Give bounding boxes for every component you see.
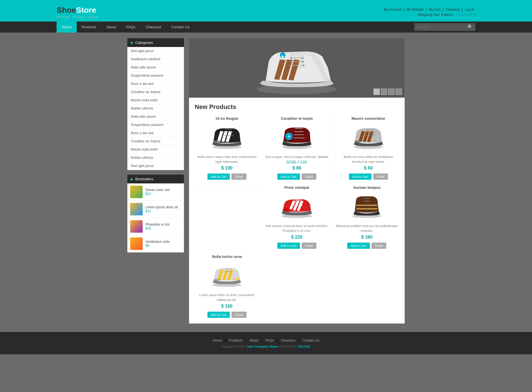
nav-checkout[interactable]: Checkout: [141, 22, 166, 33]
bestseller-item[interactable]: Lorem ipsum dolor sit $12: [127, 201, 184, 218]
footer-about[interactable]: About: [249, 339, 258, 342]
product-actions: Add to Cart Detail: [195, 173, 259, 180]
category-link[interactable]: Curabitur ac mauris: [127, 137, 184, 145]
show-cart-link[interactable]: Show Cart: [456, 13, 472, 17]
desc-link-css[interactable]: CSS: [300, 160, 307, 163]
product-card: Ut eu feugiat Nulla rutrum neque vitae e…: [195, 116, 259, 180]
desc-link-xhtml[interactable]: XHTML: [286, 160, 297, 163]
products-section: New Products Ut eu feugiat Nulla rutrum …: [189, 98, 405, 324]
product-card: Aenean tempus Maecenas porttitor erat qu…: [335, 185, 399, 249]
footer-checkout[interactable]: Checkout: [281, 339, 295, 342]
hero-dot-3[interactable]: [388, 89, 394, 95]
category-link[interactable]: Suspendisse posuere: [127, 121, 184, 129]
add-to-cart-button[interactable]: Add to Cart: [277, 173, 300, 180]
svg-rect-33: [356, 205, 377, 206]
detail-button[interactable]: Detail: [302, 243, 316, 249]
bestseller-item[interactable]: Phasellus ut dui $20: [127, 218, 184, 235]
category-link[interactable]: Curabitur ac mauris: [127, 88, 184, 96]
hero-dot-1[interactable]: [374, 89, 380, 95]
hero-dot-4[interactable]: [396, 89, 402, 95]
site-link[interactable]: 网站模板: [298, 345, 310, 348]
detail-button[interactable]: Detail: [231, 173, 246, 180]
svg-point-7: [302, 61, 304, 63]
footer-sep: | Collect from: [279, 345, 298, 348]
nav-faqs[interactable]: FAQs: [121, 22, 141, 33]
nav-about[interactable]: About: [101, 22, 121, 33]
category-link[interactable]: Mauris nulla tortor: [127, 145, 184, 153]
category-item: Nulla odio ipsum: [127, 63, 184, 72]
search-icon[interactable]: 🔍: [467, 24, 473, 30]
cart-text: Shopping Cart:: [418, 13, 440, 17]
copyright-text: Copyright © 2022: [222, 345, 247, 348]
footer-copyright: Copyright © 2022 Your Company Name | Col…: [6, 344, 526, 349]
category-link[interactable]: Nullam ultrices: [127, 154, 184, 162]
logo-area: ShoeStore Online Shoes Store: [57, 3, 99, 22]
product-price: $ 100: [195, 166, 259, 171]
category-item: Sed eget purus: [127, 47, 184, 55]
product-desc: Lorem ipsum dolor sit amet, consectetur …: [195, 293, 259, 302]
product-name: Curabitur et turpis: [265, 116, 329, 121]
bestseller-item[interactable]: Donec nunc nisl $10: [127, 183, 184, 201]
product-name: Ut eu feugiat: [195, 116, 259, 121]
bestsellers-section: ▶ Bestsellers Donec nunc nisl $10 Lorem …: [127, 175, 184, 252]
company-link[interactable]: Your Company Name: [247, 345, 278, 348]
category-link[interactable]: Nunc a dui sed: [127, 129, 184, 137]
add-to-cart-button[interactable]: Add to Cart: [277, 243, 300, 249]
product-actions: Add to Cart Detail: [195, 312, 259, 318]
hero-dot-2[interactable]: [381, 89, 387, 95]
category-link[interactable]: Nulla odio ipsum: [127, 113, 184, 121]
bestseller-info: Vestibulum ante $8: [145, 240, 170, 248]
sidebar: ▶ Categories Sed eget purusVestibulum el…: [127, 38, 184, 324]
footer-products[interactable]: Products: [229, 339, 242, 342]
category-link[interactable]: Suspendisse posuere: [127, 72, 184, 80]
bestseller-thumb: [130, 237, 143, 250]
category-link[interactable]: Sed eget purus: [127, 47, 184, 55]
nav-contact[interactable]: Contact Us: [166, 22, 194, 33]
header: ShoeStore Online Shoes Store My Account …: [0, 0, 532, 33]
logo: ShoeStore: [57, 6, 99, 15]
search-input[interactable]: [417, 25, 467, 29]
add-to-cart-button[interactable]: Add to Cart: [347, 243, 370, 249]
product-actions: Add to Cart Detail: [265, 243, 329, 249]
footer-home[interactable]: Home: [213, 339, 222, 342]
product-card: Nulla luctus urna Lorem ipsum dolor sit …: [195, 254, 259, 318]
bestseller-item[interactable]: Vestibulum ante $8: [127, 235, 184, 252]
category-link[interactable]: Nulla odio ipsum: [127, 63, 184, 71]
product-name: Aenean tempus: [335, 185, 399, 190]
nav-home[interactable]: Home: [57, 22, 77, 33]
my-wishlist-link[interactable]: My Wishlist: [406, 8, 424, 12]
categories-title: ▶ Categories: [127, 38, 184, 47]
logo-shoe: Shoe: [57, 6, 76, 14]
category-link[interactable]: Nunc a dui sed: [127, 80, 184, 88]
detail-button[interactable]: Detail: [302, 173, 316, 180]
svg-point-9: [303, 65, 304, 66]
product-price: $ 60: [338, 166, 399, 171]
add-to-cart-button[interactable]: Add to Cart: [207, 312, 230, 318]
checkout-link[interactable]: Checkout: [445, 8, 460, 12]
detail-button[interactable]: Detail: [372, 243, 386, 249]
login-link[interactable]: Log In: [465, 8, 474, 12]
svg-text:★: ★: [287, 134, 291, 138]
product-actions: Add to Cart Detail: [335, 243, 399, 249]
product-name: Nulla luctus urna: [195, 254, 259, 259]
category-link[interactable]: Sed eget purus: [127, 162, 184, 170]
detail-button[interactable]: Detail: [373, 173, 388, 180]
add-to-cart-button[interactable]: Add to Cart: [349, 173, 372, 180]
detail-button[interactable]: Detail: [231, 312, 246, 318]
category-link[interactable]: Vestibulum eleifend: [127, 55, 184, 63]
bestseller-name: Lorem ipsum dolor sit: [145, 205, 178, 209]
bestseller-thumb: [130, 220, 143, 233]
footer-faqs[interactable]: FAQs: [265, 339, 274, 342]
my-account-link[interactable]: My Account: [384, 8, 401, 12]
footer-contact[interactable]: Contact Us: [303, 339, 319, 342]
category-item: Nunc a dui sed: [127, 129, 184, 137]
category-link[interactable]: Nullam ultrices: [127, 104, 184, 112]
add-to-cart-button[interactable]: Add to Cart: [207, 173, 230, 180]
product-image: ★: [265, 123, 329, 152]
product-price: $ 160: [195, 304, 259, 309]
category-item: Suspendisse posuere: [127, 72, 184, 80]
nav-products[interactable]: Products: [77, 22, 101, 33]
my-cart-link[interactable]: My Cart: [428, 8, 440, 12]
bestseller-info: Phasellus ut dui $20: [145, 222, 170, 230]
category-link[interactable]: Mauris nulla tortor: [127, 96, 184, 104]
